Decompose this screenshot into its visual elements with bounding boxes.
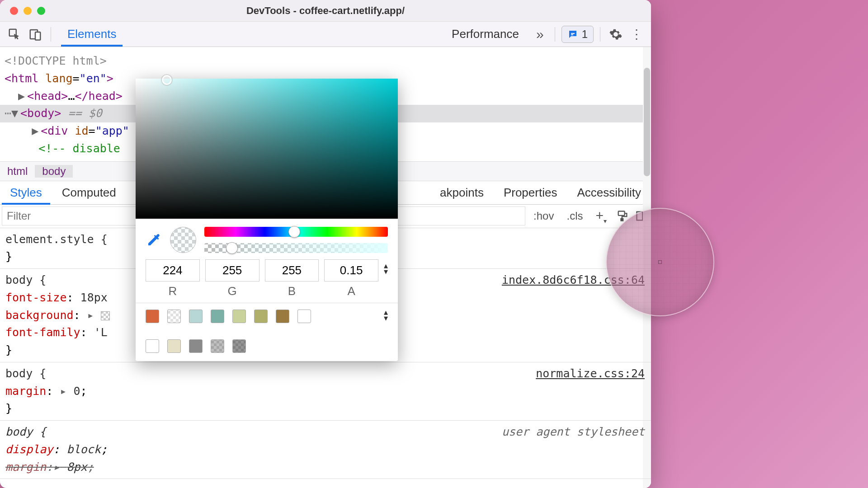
issues-badge[interactable]: 1 [561,26,594,43]
panel-tabs: Elements [57,22,126,47]
window-title: DevTools - coffee-cart.netlify.app/ [0,5,651,17]
inspect-element-icon[interactable] [5,25,24,43]
r-input[interactable] [146,259,200,282]
subtab-properties[interactable]: Properties [494,181,567,204]
separator [600,27,600,42]
color-picker-popover: R G B A ▴▾ [136,79,398,361]
cls-toggle[interactable]: .cls [562,208,587,224]
palette-swatches: ▴▾ [136,303,398,361]
doctype: <!DOCTYPE html> [5,54,107,67]
subtab-breakpoints[interactable]: akpoints [430,181,494,204]
g-input[interactable] [205,259,259,282]
subtab-computed[interactable]: Computed [52,181,126,204]
swatch[interactable] [276,310,289,323]
separator [555,27,555,42]
hov-toggle[interactable]: :hov [529,208,558,224]
close-window-button[interactable] [10,7,18,15]
swatch[interactable] [211,310,224,323]
more-tabs-icon[interactable]: » [532,27,548,42]
swatch[interactable] [189,310,203,323]
swatch[interactable] [232,339,246,353]
swatch[interactable] [146,310,159,323]
zoom-window-button[interactable] [37,7,45,15]
titlebar: DevTools - coffee-cart.netlify.app/ [0,0,651,22]
swatch[interactable] [167,339,181,353]
rgba-inputs: R G B A ▴▾ [136,259,398,303]
new-rule-button[interactable]: +▾ [591,208,611,225]
alpha-slider[interactable] [204,243,388,253]
b-input[interactable] [265,259,319,282]
svg-rect-6 [621,219,623,221]
color-preview [170,227,196,253]
svg-rect-5 [618,211,625,216]
tab-performance[interactable]: Performance [442,22,529,47]
tab-elements[interactable]: Elements [57,22,126,47]
swatch[interactable] [167,310,181,323]
swatch[interactable] [189,339,203,353]
svg-rect-4 [571,34,573,35]
swatch[interactable] [297,310,311,323]
more-menu-icon[interactable]: ⋮ [627,25,646,43]
color-mode-toggle[interactable]: ▴▾ [384,259,388,274]
saturation-value-field[interactable] [136,79,398,219]
a-input[interactable] [324,259,378,282]
eyedropper-magnifier[interactable] [606,208,714,316]
sv-handle[interactable] [162,75,172,85]
main-toolbar: Elements Performance » 1 ⋮ [0,22,651,47]
separator [51,27,51,42]
swatch[interactable] [146,339,159,353]
chat-icon [567,29,578,40]
palette-toggle[interactable]: ▴▾ [384,310,388,321]
settings-icon[interactable] [607,25,625,43]
swatch[interactable] [254,310,268,323]
traffic-lights [10,7,45,15]
color-swatch-icon[interactable] [101,311,110,320]
subtab-styles[interactable]: Styles [0,181,52,204]
main-area: <!DOCTYPE html> <html lang="en"> ▶<head>… [0,47,651,488]
subtab-accessibility[interactable]: Accessibility [567,181,651,204]
crumb-html[interactable]: html [0,165,35,178]
hue-slider[interactable] [204,227,388,237]
rule-body-useragent: user agent stylesheet body { display: bl… [0,421,651,479]
source-label: user agent stylesheet [502,423,645,441]
issues-count: 1 [582,28,588,41]
eyedropper-icon[interactable] [146,232,162,248]
source-link[interactable]: normalize.css:24 [536,365,645,383]
devtools-window: DevTools - coffee-cart.netlify.app/ Elem… [0,0,651,488]
swatch[interactable] [232,310,246,323]
swatch[interactable] [211,339,224,353]
crumb-body[interactable]: body [35,165,73,178]
device-toolbar-icon[interactable] [26,25,44,43]
minimize-window-button[interactable] [24,7,32,15]
svg-rect-3 [571,33,575,34]
rule-body-normalize: normalize.css:24 body { margin: ▸ 0; } [0,362,651,421]
svg-rect-2 [35,32,40,40]
